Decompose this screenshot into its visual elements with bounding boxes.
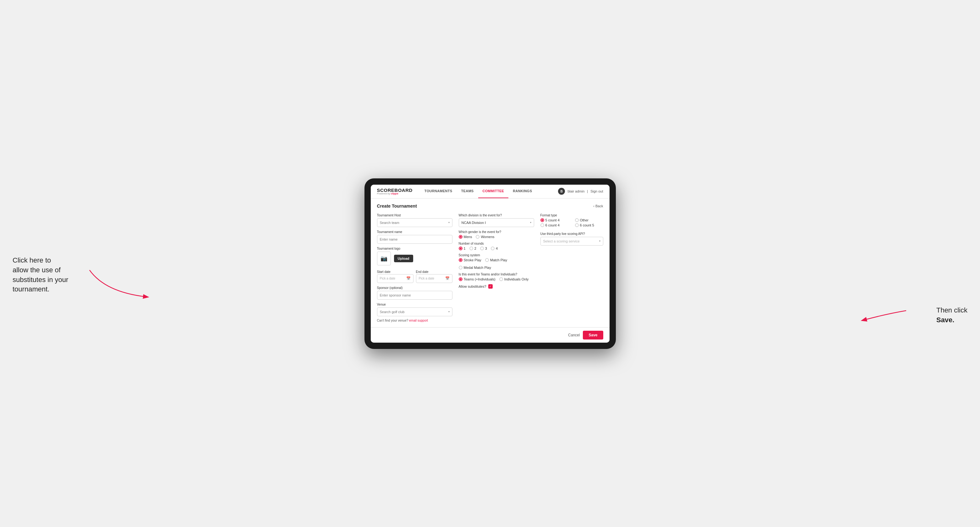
page-wrapper: Click here to allow the use of substitut… xyxy=(13,178,967,349)
tournament-host-input[interactable]: ▾ xyxy=(377,218,452,227)
format-5count4[interactable]: 5 count 4 xyxy=(541,218,569,222)
team-individuals-group: Is this event for Teams and/or Individua… xyxy=(459,273,534,281)
gender-womens-label: Womens xyxy=(481,235,494,239)
tournament-name-field[interactable] xyxy=(380,237,450,241)
scoring-radio-group: Stroke Play Match Play Medal Match Play xyxy=(459,258,534,270)
format-6count4[interactable]: 6 count 4 xyxy=(541,223,569,227)
format-6count4-label: 6 count 4 xyxy=(546,223,560,227)
page-title: Create Tournament xyxy=(377,203,417,208)
venue-group: Venue ▾ Can't find your venue? email sup… xyxy=(377,303,452,322)
format-6count5[interactable]: 6 count 5 xyxy=(575,223,603,227)
round-2[interactable]: 2 xyxy=(469,246,476,250)
radio-mens-icon xyxy=(459,235,463,239)
radio-6count5-icon xyxy=(575,223,579,227)
scoring-medal[interactable]: Medal Match Play xyxy=(459,266,491,270)
radio-round1-icon xyxy=(459,246,463,250)
logo-clippd: clippd xyxy=(391,192,398,195)
team-teams[interactable]: Teams (+Individuals) xyxy=(459,277,495,281)
radio-medal-icon xyxy=(459,266,463,270)
team-individuals[interactable]: Individuals Only xyxy=(499,277,529,281)
avatar: B xyxy=(558,188,565,195)
tournament-host-group: Tournament Host ▾ xyxy=(377,214,452,227)
round-3-label: 3 xyxy=(485,246,487,250)
nav-links: TOURNAMENTS TEAMS COMMITTEE RANKINGS xyxy=(420,185,558,198)
user-name: blair admin xyxy=(568,189,584,193)
radio-other-icon xyxy=(575,218,579,222)
scoring-match-label: Match Play xyxy=(490,258,507,262)
form-col-left: Tournament Host ▾ Tournament name xyxy=(377,214,452,322)
scoring-api-label: Use third-party live scoring API? xyxy=(541,232,603,235)
allow-substitutes-checkbox[interactable]: ✓ xyxy=(488,284,493,289)
chevron-down-icon: ▾ xyxy=(449,221,450,224)
form-col-right: Format type 5 count 4 Other xyxy=(541,214,603,322)
division-select[interactable]: NCAA Division I ▾ xyxy=(459,218,534,227)
end-date-input[interactable]: Pick a date 📅 xyxy=(416,274,452,283)
tablet-screen: SCOREBOARD Powered by clippd TOURNAMENTS… xyxy=(371,185,609,343)
nav-committee[interactable]: COMMITTEE xyxy=(478,185,509,198)
back-button[interactable]: ‹ Back xyxy=(593,204,603,208)
dates-group: Start date Pick a date 📅 End date xyxy=(377,268,452,283)
nav-right: B blair admin | Sign out xyxy=(558,188,603,195)
save-button[interactable]: Save xyxy=(583,331,603,340)
radio-stroke-icon xyxy=(459,258,463,262)
tournament-host-label: Tournament Host xyxy=(377,214,452,217)
sponsor-label: Sponsor (optional) xyxy=(377,286,452,290)
sponsor-input[interactable] xyxy=(377,291,452,300)
nav-teams[interactable]: TEAMS xyxy=(457,185,478,198)
format-other[interactable]: Other xyxy=(575,218,603,222)
end-date-label: End date xyxy=(416,270,429,273)
round-2-label: 2 xyxy=(474,246,476,250)
round-1-label: 1 xyxy=(464,246,466,250)
round-4-label: 4 xyxy=(496,246,498,250)
venue-input[interactable]: ▾ xyxy=(377,308,452,316)
logo-powered-by: Powered by clippd xyxy=(377,192,412,195)
round-3[interactable]: 3 xyxy=(480,246,487,250)
gender-mens[interactable]: Mens xyxy=(459,235,472,239)
tournament-name-input[interactable] xyxy=(377,235,452,244)
cancel-button[interactable]: Cancel xyxy=(568,333,580,337)
upload-button[interactable]: Upload xyxy=(394,255,413,262)
gender-label: Which gender is the event for? xyxy=(459,230,534,234)
radio-match-icon xyxy=(485,258,489,262)
gender-womens[interactable]: Womens xyxy=(476,235,494,239)
logo-scoreboard: SCOREBOARD xyxy=(377,188,412,192)
tournament-host-field[interactable] xyxy=(380,221,449,225)
start-date-input[interactable]: Pick a date 📅 xyxy=(377,274,414,283)
format-type-group: Format type 5 count 4 Other xyxy=(541,214,603,227)
tournament-name-group: Tournament name xyxy=(377,230,452,244)
radio-5count4-icon xyxy=(541,218,544,222)
start-date-label: Start date xyxy=(377,270,391,273)
round-4[interactable]: 4 xyxy=(491,246,498,250)
radio-round2-icon xyxy=(469,246,473,250)
sponsor-field[interactable] xyxy=(380,293,450,297)
venue-label: Venue xyxy=(377,303,452,306)
annotation-left: Click here to allow the use of substitut… xyxy=(13,256,68,294)
venue-note: Can't find your venue? email support xyxy=(377,319,452,322)
start-date-placeholder: Pick a date xyxy=(380,277,395,280)
separator: | xyxy=(587,189,588,193)
scoring-chevron-icon: ▾ xyxy=(599,240,600,243)
radio-round3-icon xyxy=(480,246,484,250)
nav-rankings[interactable]: RANKINGS xyxy=(508,185,536,198)
rounds-label: Number of rounds xyxy=(459,242,534,245)
team-teams-label: Teams (+Individuals) xyxy=(464,277,495,281)
scoring-stroke[interactable]: Stroke Play xyxy=(459,258,481,262)
gender-mens-label: Mens xyxy=(464,235,472,239)
scoring-match[interactable]: Match Play xyxy=(485,258,507,262)
logo-placeholder-icon: 📷 xyxy=(377,252,391,265)
email-support-link[interactable]: email support xyxy=(409,319,428,322)
allow-substitutes-item[interactable]: Allow substitutes? ✓ xyxy=(459,284,534,289)
end-date-placeholder: Pick a date xyxy=(419,277,434,280)
round-1[interactable]: 1 xyxy=(459,246,466,250)
venue-field[interactable] xyxy=(380,310,449,314)
scoring-service-select[interactable]: Select a scoring service ▾ xyxy=(541,237,603,246)
page-header: Create Tournament ‹ Back xyxy=(377,203,603,208)
sign-out-link[interactable]: Sign out xyxy=(590,189,603,193)
start-date-group: Start date Pick a date 📅 xyxy=(377,268,414,283)
team-individuals-label: Is this event for Teams and/or Individua… xyxy=(459,273,534,276)
rounds-group: Number of rounds 1 2 xyxy=(459,242,534,250)
nav-tournaments[interactable]: TOURNAMENTS xyxy=(420,185,457,198)
allow-substitutes-label: Allow substitutes? xyxy=(459,284,487,288)
format-6count5-label: 6 count 5 xyxy=(580,223,594,227)
format-options-grid: 5 count 4 Other 6 count 4 xyxy=(541,218,603,227)
